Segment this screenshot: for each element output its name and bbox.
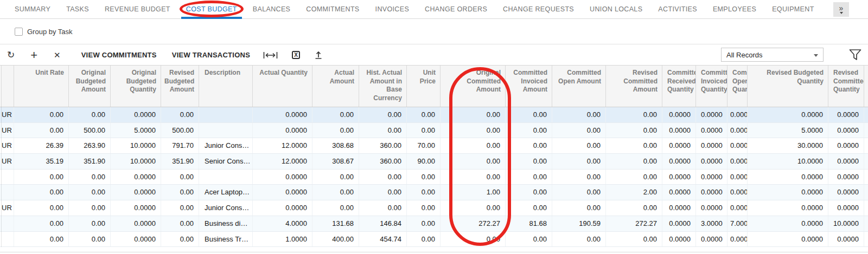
cell-committed-invoiced-amount[interactable]: 0.00: [506, 185, 552, 200]
cell-committed-open-quantity[interactable]: 0.0000: [727, 107, 748, 122]
cell-revised-committed-quantity[interactable]: 0.0000: [828, 170, 864, 185]
cell-committed-invoiced-amount[interactable]: 0.00: [506, 107, 552, 122]
cell-committed-open-amount[interactable]: 0.00: [552, 170, 606, 185]
cell-original-committed-amount[interactable]: 0.00: [441, 170, 506, 185]
cell-committed-open-quantity[interactable]: 7.0000: [727, 216, 748, 231]
cell-actual-quantity[interactable]: 12.0000: [253, 154, 312, 169]
cell-revised-budgeted-quantity[interactable]: 5.0000: [748, 123, 828, 138]
cell-actual-amount[interactable]: 308.67: [312, 154, 359, 169]
cell-description[interactable]: [199, 170, 253, 185]
cell-committed-invoiced-quantity[interactable]: 0.0000: [696, 185, 727, 200]
cell-original-committed-amount[interactable]: 0.00: [441, 107, 506, 122]
table-row[interactable]: UR0.00500.005.0000500.000.00000.000.000.…: [0, 123, 868, 139]
cell-unit-price[interactable]: 70.00: [407, 138, 441, 153]
column-header-actual-quantity[interactable]: Actual Quantity: [253, 66, 312, 107]
cell-committed-invoiced-quantity[interactable]: 3.0000: [696, 216, 727, 231]
cell-hist-actual-amount-in-base-currency[interactable]: 0.00: [359, 107, 407, 122]
cell-unit-rate[interactable]: 0.00: [14, 232, 69, 247]
cell-original-budgeted-amount[interactable]: 0.00: [69, 200, 111, 216]
cell-uom[interactable]: UR: [0, 138, 14, 153]
cell-committed-received-quantity[interactable]: 0.0000: [662, 185, 696, 200]
cell-revised-committed-amount[interactable]: 0.00: [606, 232, 662, 247]
cell-actual-quantity[interactable]: 0.0000: [253, 107, 312, 122]
cell-revised-committed-quantity[interactable]: 0.0000: [828, 200, 864, 216]
cell-revised-budgeted-quantity[interactable]: 0.0000: [748, 170, 828, 185]
refresh-button[interactable]: ↻: [7, 49, 15, 61]
cell-committed-received-quantity[interactable]: 0.0000: [662, 170, 696, 185]
cell-original-committed-amount[interactable]: 0.00: [441, 232, 506, 247]
cell-committed-received-quantity[interactable]: 0.0000: [662, 123, 696, 138]
cell-uom[interactable]: UR: [0, 123, 14, 138]
cell-unit-price[interactable]: 90.00: [407, 154, 441, 169]
column-header-original-budgeted-quantity[interactable]: Original Budgeted Quantity: [111, 66, 161, 107]
cell-committed-open-quantity[interactable]: 0.0000: [727, 154, 748, 169]
cell-revised-budgeted-quantity[interactable]: 30.0000: [748, 138, 828, 153]
cell-unit-rate[interactable]: 0.00: [14, 123, 69, 138]
cell-original-budgeted-quantity[interactable]: 10.0000: [111, 138, 161, 153]
cell-original-budgeted-amount[interactable]: 0.00: [69, 185, 111, 200]
cell-actual-quantity[interactable]: 1.0000: [253, 232, 312, 247]
column-header-revised-budgeted-amount[interactable]: Revised Budgeted Amount: [161, 66, 199, 107]
cell-uom[interactable]: [0, 170, 14, 185]
cell-unit-price[interactable]: 0.00: [407, 107, 441, 122]
tab-equipment[interactable]: EQUIPMENT: [772, 0, 814, 19]
cell-original-budgeted-quantity[interactable]: 0.0000: [111, 107, 161, 122]
cell-revised-committed-quantity[interactable]: 0.0000: [828, 154, 864, 169]
fit-width-button[interactable]: [263, 51, 278, 59]
cell-revised-budgeted-amount[interactable]: 0.00: [161, 200, 199, 216]
cell-actual-amount[interactable]: 0.00: [312, 123, 359, 138]
cell-revised-budgeted-quantity[interactable]: 0.0000: [748, 185, 828, 200]
cell-committed-invoiced-amount[interactable]: 0.00: [506, 200, 552, 216]
cell-description[interactable]: Senior Cons…: [199, 154, 253, 169]
cell-unit-rate[interactable]: 26.39: [14, 138, 69, 153]
cell-committed-open-quantity[interactable]: 0.0000: [727, 123, 748, 138]
cell-description[interactable]: Business di…: [199, 216, 253, 231]
cell-unit-price[interactable]: 0.00: [407, 200, 441, 216]
cell-description[interactable]: Business Tr…: [199, 232, 253, 247]
cell-committed-received-quantity[interactable]: 0.0000: [662, 138, 696, 153]
cell-actual-quantity[interactable]: 12.0000: [253, 138, 312, 153]
cell-uom[interactable]: UR: [0, 154, 14, 169]
cell-committed-invoiced-quantity[interactable]: 0.0000: [696, 200, 727, 216]
cell-revised-committed-amount[interactable]: 0.00: [606, 107, 662, 122]
cell-committed-open-amount[interactable]: 190.59: [552, 216, 606, 231]
tab-cost-budget[interactable]: COST BUDGET: [186, 0, 237, 19]
cell-committed-open-amount[interactable]: 0.00: [552, 123, 606, 138]
column-header-description[interactable]: Description: [199, 66, 253, 107]
cell-revised-committed-quantity[interactable]: 0.0000: [828, 123, 864, 138]
cell-hist-actual-amount-in-base-currency[interactable]: 454.74: [359, 232, 407, 247]
view-transactions-button[interactable]: VIEW TRANSACTIONS: [172, 51, 250, 59]
column-header-unit-price[interactable]: Unit Price: [407, 66, 441, 107]
cell-original-budgeted-amount[interactable]: 263.90: [69, 138, 111, 153]
cell-committed-received-quantity[interactable]: 0.0000: [662, 216, 696, 231]
cell-uom[interactable]: [0, 216, 14, 231]
cell-committed-received-quantity[interactable]: 0.0000: [662, 232, 696, 247]
cell-unit-price[interactable]: 0.00: [407, 185, 441, 200]
cell-committed-invoiced-quantity[interactable]: 0.0000: [696, 138, 727, 153]
cell-committed-open-amount[interactable]: 0.00: [552, 107, 606, 122]
cell-description[interactable]: Acer Laptop…: [199, 185, 253, 200]
filter-settings-button[interactable]: [848, 49, 862, 61]
cell-original-budgeted-amount[interactable]: 351.90: [69, 154, 111, 169]
cell-unit-rate[interactable]: 0.00: [14, 216, 69, 231]
cell-revised-committed-amount[interactable]: 0.00: [606, 123, 662, 138]
column-header-committed-open-quantity[interactable]: Committed Open Quantity: [727, 66, 748, 107]
cell-committed-invoiced-quantity[interactable]: 0.0000: [696, 154, 727, 169]
cell-actual-amount[interactable]: 0.00: [312, 185, 359, 200]
cell-hist-actual-amount-in-base-currency[interactable]: 0.00: [359, 123, 407, 138]
cell-revised-budgeted-amount[interactable]: 0.00: [161, 107, 199, 122]
column-header-revised-committed-quantity[interactable]: Revised Committed Quantity: [828, 66, 864, 107]
cell-actual-quantity[interactable]: 0.0000: [253, 185, 312, 200]
cell-hist-actual-amount-in-base-currency[interactable]: 146.84: [359, 216, 407, 231]
tab-employees[interactable]: EMPLOYEES: [713, 0, 756, 19]
cell-revised-budgeted-amount[interactable]: 0.00: [161, 216, 199, 231]
cell-actual-amount[interactable]: 131.68: [312, 216, 359, 231]
cell-committed-open-amount[interactable]: 0.00: [552, 138, 606, 153]
cell-original-budgeted-quantity[interactable]: 0.0000: [111, 185, 161, 200]
view-commitments-button[interactable]: VIEW COMMITMENTS: [81, 51, 157, 59]
tab-tasks[interactable]: TASKS: [66, 0, 89, 19]
cell-actual-amount[interactable]: 400.00: [312, 232, 359, 247]
tab-commitments[interactable]: COMMITMENTS: [306, 0, 359, 19]
cell-unit-price[interactable]: 0.00: [407, 123, 441, 138]
cell-revised-budgeted-amount[interactable]: 791.70: [161, 138, 199, 153]
